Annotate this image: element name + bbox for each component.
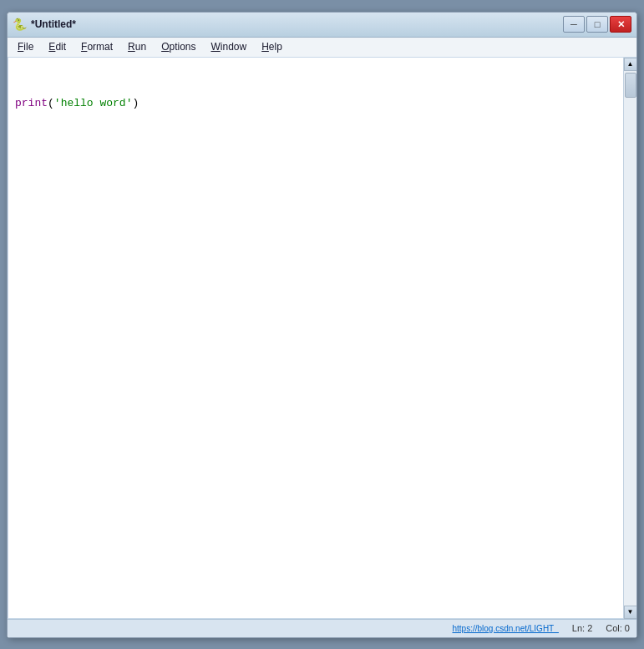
keyword-print: print [15, 95, 48, 112]
status-col: Col: 0 [606, 623, 630, 633]
close-paren: ) [132, 95, 139, 112]
open-paren: ( [48, 95, 54, 112]
menu-edit[interactable]: Edit [42, 39, 73, 54]
code-line-1: print('hello word') [15, 95, 616, 112]
status-url: https://blog.csdn.net/LIGHT_ [14, 624, 559, 633]
maximize-button[interactable]: □ [586, 16, 608, 33]
editor-area: print('hello word') ▲ ▼ [8, 58, 636, 619]
code-content: print('hello word') [12, 61, 620, 146]
menu-format[interactable]: Format [74, 39, 119, 54]
title-bar: 🐍 *Untitled* ─ □ ✕ [8, 13, 636, 38]
window-controls: ─ □ ✕ [563, 16, 631, 33]
window-title: *Untitled* [31, 18, 76, 30]
title-bar-left: 🐍 *Untitled* [13, 18, 76, 31]
menu-options[interactable]: Options [155, 39, 202, 54]
menu-window[interactable]: Window [205, 39, 254, 54]
scroll-track[interactable] [624, 98, 636, 606]
menu-run[interactable]: Run [121, 39, 153, 54]
close-button[interactable]: ✕ [610, 16, 631, 33]
app-icon: 🐍 [13, 18, 26, 31]
main-window: 🐍 *Untitled* ─ □ ✕ File Edit Format Run … [7, 12, 637, 638]
string-value: 'hello word' [54, 95, 133, 112]
menu-bar: File Edit Format Run Options Window Help [8, 38, 636, 58]
scroll-up-button[interactable]: ▲ [624, 58, 637, 71]
status-line: Ln: 2 [572, 623, 592, 633]
status-bar: https://blog.csdn.net/LIGHT_ Ln: 2 Col: … [8, 619, 636, 637]
scroll-down-button[interactable]: ▼ [624, 606, 637, 619]
code-editor[interactable]: print('hello word') [8, 58, 623, 619]
minimize-button[interactable]: ─ [563, 16, 585, 33]
menu-file[interactable]: File [11, 39, 40, 54]
scroll-thumb[interactable] [625, 73, 636, 98]
scrollbar-vertical: ▲ ▼ [623, 58, 636, 619]
menu-help[interactable]: Help [255, 39, 289, 54]
